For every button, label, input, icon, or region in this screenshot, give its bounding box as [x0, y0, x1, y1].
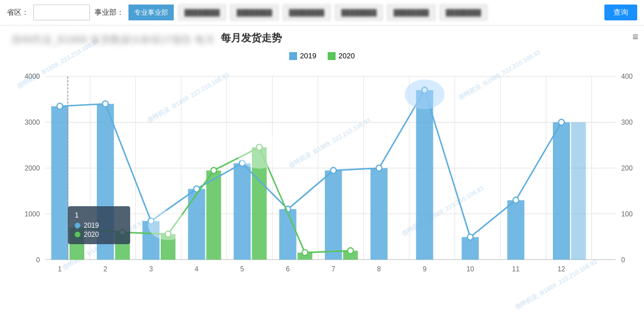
tooltip-label-2020: 2020	[84, 231, 99, 238]
svg-text:12: 12	[557, 265, 565, 273]
filter-btn-3[interactable]: ████████	[283, 5, 330, 20]
legend-2019: 2019	[289, 52, 316, 60]
svg-text:7: 7	[332, 265, 336, 273]
svg-text:4000: 4000	[25, 73, 40, 80]
legend-2019-dot	[289, 52, 297, 60]
dot-2019-1	[57, 103, 63, 109]
dot-2019-12	[559, 120, 564, 126]
chart-title: 每月发货走势	[221, 31, 327, 45]
filter-btn-4[interactable]: ████████	[335, 5, 383, 20]
svg-text:1000: 1000	[25, 210, 40, 218]
legend-2019-label: 2019	[300, 52, 316, 60]
svg-text:2: 2	[104, 265, 108, 273]
bar-2019-7	[325, 171, 342, 260]
menu-icon[interactable]: ≡	[632, 31, 638, 43]
svg-text:4000: 4000	[621, 73, 633, 80]
chart-container: ≡ 倍特药业_B1889_222.210.108.93 倍特药业_B1889_2…	[0, 25, 644, 326]
line-2019	[60, 90, 561, 237]
chart-svg: 4000 3000 2000 1000 0 4000 3000 2000 100…	[11, 65, 633, 303]
filter-btn-6[interactable]: ████████	[440, 5, 487, 20]
legend-2020-label: 2020	[338, 52, 355, 60]
top-bar: 省区： 事业部： 专业事业部 ████████ ████████ ███████…	[0, 0, 644, 25]
business-select[interactable]: 专业事业部	[128, 5, 174, 20]
dot-2019-7	[330, 168, 336, 174]
bar-2019-11	[507, 200, 524, 259]
bar-2019-9	[416, 90, 433, 259]
bar-2019-1	[51, 107, 68, 260]
svg-text:0: 0	[621, 255, 625, 263]
chart-title-blur: 倍特药业_B1889 发货数据分析统计报告 每月	[11, 33, 215, 46]
province-label: 省区：	[7, 7, 29, 18]
svg-text:3: 3	[149, 265, 153, 273]
glow-9	[405, 79, 445, 109]
tooltip-row-2019: 2019	[75, 221, 123, 229]
svg-text:1: 1	[58, 265, 62, 273]
tooltip-label-2019: 2019	[84, 221, 99, 229]
bar-2019-6	[279, 209, 296, 259]
bar-2020-12	[571, 122, 586, 260]
tooltip-dot-2019	[75, 223, 80, 228]
filter-btn-5[interactable]: ████████	[387, 5, 435, 20]
svg-text:0: 0	[36, 255, 40, 263]
dot-2019-11	[513, 197, 518, 203]
query-button[interactable]: 查询	[604, 5, 637, 20]
chart-svg-area: 4000 3000 2000 1000 0 4000 3000 2000 100…	[11, 65, 633, 303]
svg-text:2000: 2000	[621, 164, 633, 172]
dot-2020-7	[347, 248, 353, 254]
svg-text:4: 4	[195, 265, 199, 273]
title-row: 倍特药业_B1889 发货数据分析统计报告 每月 每月发货走势	[11, 31, 633, 48]
bar-2019-5	[234, 163, 251, 259]
dot-2019-10	[467, 234, 473, 240]
tooltip-title: 1	[75, 211, 123, 219]
svg-text:6: 6	[286, 265, 290, 273]
svg-text:1000: 1000	[621, 210, 633, 218]
bar-2019-8	[371, 168, 388, 260]
legend-2020-dot	[328, 52, 336, 60]
filter-btn-2[interactable]: ████████	[230, 5, 278, 20]
svg-text:3000: 3000	[25, 118, 40, 126]
bar-2019-12	[553, 122, 570, 260]
svg-text:11: 11	[512, 265, 520, 273]
tooltip-dot-2020	[75, 232, 80, 237]
bar-2020-4	[207, 171, 221, 260]
bar-2019-4	[188, 189, 205, 259]
svg-text:10: 10	[466, 265, 474, 273]
dot-2019-8	[376, 165, 382, 171]
svg-text:5: 5	[241, 265, 244, 273]
chart-legend: 2019 2020	[11, 52, 633, 60]
dot-2019-2	[102, 101, 108, 107]
svg-text:2000: 2000	[25, 164, 40, 172]
dot-2020-6	[302, 250, 308, 256]
chart-tooltip: 1 2019 2020	[68, 206, 130, 244]
glow-5	[237, 133, 282, 169]
filter-btn-1[interactable]: ████████	[178, 5, 226, 20]
glow-3	[148, 210, 188, 240]
dot-2020-4	[211, 168, 217, 174]
legend-2020: 2020	[328, 52, 355, 60]
province-input[interactable]	[33, 5, 90, 20]
tooltip-row-2020: 2020	[75, 231, 123, 238]
svg-text:9: 9	[423, 265, 427, 273]
svg-text:8: 8	[377, 265, 381, 273]
svg-text:3000: 3000	[621, 118, 633, 126]
business-label: 事业部：	[95, 7, 124, 18]
